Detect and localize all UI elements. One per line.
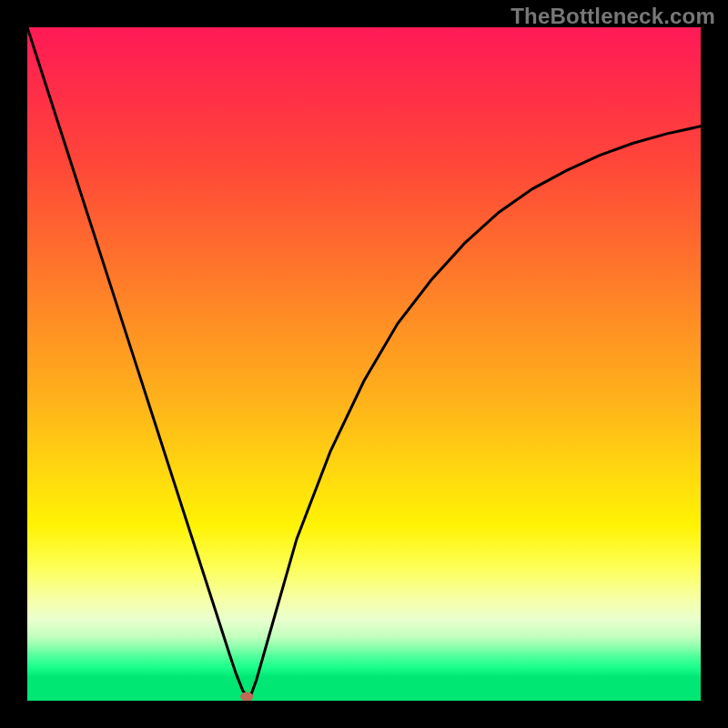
watermark-label: TheBottleneck.com	[511, 4, 715, 29]
plot-area	[27, 27, 701, 701]
curve-layer	[27, 27, 701, 701]
chart-frame: TheBottleneck.com	[0, 0, 728, 728]
bottleneck-curve	[27, 27, 701, 699]
